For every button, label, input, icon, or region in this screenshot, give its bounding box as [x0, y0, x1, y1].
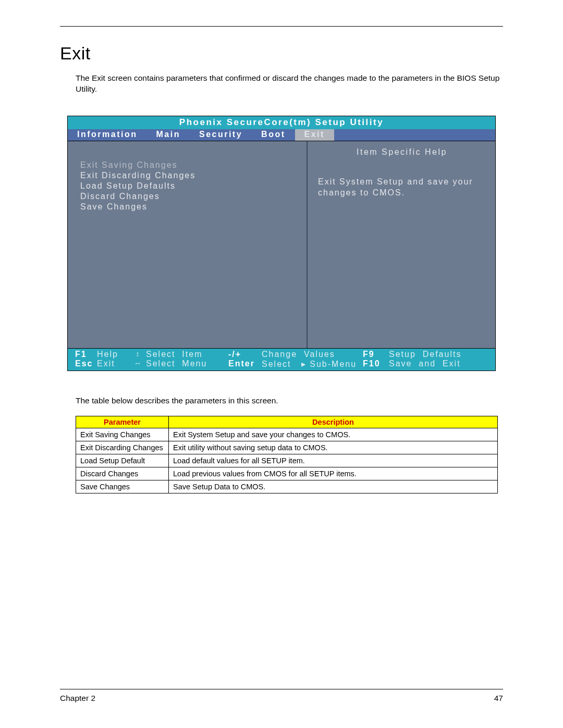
desc-cell: Load previous values from CMOS for all S… [169, 467, 498, 480]
bios-options-pane: Exit Saving Changes Exit Discarding Chan… [68, 141, 308, 348]
tab-filler [334, 129, 495, 141]
section-title: Exit [60, 43, 503, 64]
key-f10: F10 [363, 359, 389, 369]
bios-key-legend: F1 Help ↕ Select Item -/+ Change Values … [68, 348, 495, 371]
section-intro: The Exit screen contains parameters that… [76, 73, 503, 95]
leftright-arrows-icon: ↔ [130, 359, 146, 369]
select-item-label: Select Item [146, 350, 228, 359]
help-pane-text: Exit System Setup and save your changes … [318, 177, 486, 199]
param-cell: Save Changes [76, 480, 169, 493]
select-submenu-label: Select ▸ Sub-Menu [262, 359, 363, 369]
table-row: Discard Changes Load previous values fro… [76, 467, 498, 480]
key-f9: F9 [363, 350, 389, 359]
bios-help-pane: Item Specific Help Exit System Setup and… [308, 141, 495, 348]
param-cell: Exit Discarding Changes [76, 441, 169, 454]
option-exit-saving-changes[interactable]: Exit Saving Changes [80, 160, 296, 170]
parameter-table: Parameter Description Exit Saving Change… [76, 416, 498, 493]
table-intro-text: The table below describes the parameters… [76, 396, 503, 405]
table-row: Exit Saving Changes Exit System Setup an… [76, 428, 498, 441]
tab-security[interactable]: Security [190, 129, 252, 141]
help-pane-title: Item Specific Help [318, 147, 486, 157]
tab-information[interactable]: Information [68, 129, 147, 141]
tab-boot[interactable]: Boot [252, 129, 295, 141]
updown-arrows-icon: ↕ [130, 350, 146, 359]
bios-screenshot: Phoenix SecureCore(tm) Setup Utility Inf… [67, 116, 496, 371]
key-enter: Enter [228, 359, 262, 369]
col-header-description: Description [169, 416, 498, 428]
option-save-changes[interactable]: Save Changes [80, 202, 296, 212]
select-menu-label: Select Menu [146, 359, 228, 369]
key-esc: Esc [75, 359, 97, 369]
table-row: Load Setup Default Load default values f… [76, 454, 498, 467]
param-cell: Exit Saving Changes [76, 428, 169, 441]
bios-tab-bar: Information Main Security Boot Exit [68, 129, 495, 141]
bios-utility-title: Phoenix SecureCore(tm) Setup Utility [68, 116, 495, 129]
save-and-exit-label: Save and Exit [389, 359, 488, 369]
desc-cell: Load default values for all SETUP item. [169, 454, 498, 467]
key-esc-label: Exit [97, 359, 130, 369]
param-cell: Load Setup Default [76, 454, 169, 467]
setup-defaults-label: Setup Defaults [389, 350, 488, 359]
desc-cell: Exit utility without saving setup data t… [169, 441, 498, 454]
table-row: Exit Discarding Changes Exit utility wit… [76, 441, 498, 454]
key-plusminus: -/+ [228, 350, 262, 359]
option-load-setup-defaults[interactable]: Load Setup Defaults [80, 181, 296, 191]
col-header-parameter: Parameter [76, 416, 169, 428]
tab-main[interactable]: Main [147, 129, 190, 141]
param-cell: Discard Changes [76, 467, 169, 480]
key-f1: F1 [75, 350, 97, 359]
tab-exit[interactable]: Exit [295, 129, 334, 141]
key-f1-label: Help [97, 350, 130, 359]
option-discard-changes[interactable]: Discard Changes [80, 191, 296, 202]
change-values-label: Change Values [262, 350, 363, 359]
desc-cell: Exit System Setup and save your changes … [169, 428, 498, 441]
option-exit-discarding-changes[interactable]: Exit Discarding Changes [80, 170, 296, 181]
desc-cell: Save Setup Data to CMOS. [169, 480, 498, 493]
footer-page-number: 47 [494, 694, 503, 703]
table-row: Save Changes Save Setup Data to CMOS. [76, 480, 498, 493]
footer-chapter: Chapter 2 [60, 694, 95, 703]
